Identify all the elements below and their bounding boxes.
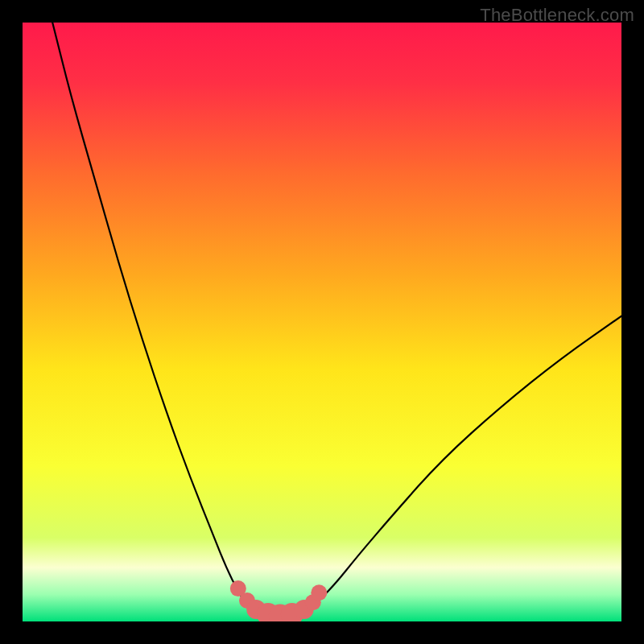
curve-layer [23,23,621,621]
valley-marker [311,584,327,601]
chart-frame: TheBottleneck.com [0,0,644,644]
plot-area [23,23,621,621]
bottleneck-curve [52,23,621,616]
valley-markers [230,580,328,621]
